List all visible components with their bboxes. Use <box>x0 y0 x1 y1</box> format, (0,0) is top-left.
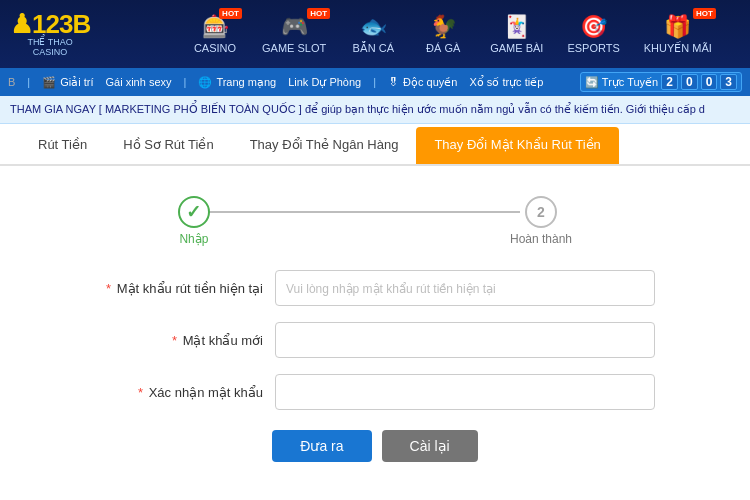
count-box-1: 2 <box>661 74 678 90</box>
input-current-password[interactable] <box>275 270 655 306</box>
ban-ca-icon: 🐟 <box>360 14 387 40</box>
step-2: 2 Hoàn thành <box>510 196 572 246</box>
input-confirm-password[interactable] <box>275 374 655 410</box>
nav-item-casino[interactable]: HOT 🎰 CASINO <box>180 10 250 58</box>
link-du-phong-item[interactable]: Link Dự Phòng <box>288 76 361 89</box>
label-confirm-password: * Xác nhận mật khẩu <box>95 385 275 400</box>
top-nav: ♟123B THỂ THAO CASINO HOT 🎰 CASINO HOT 🎮… <box>0 0 750 68</box>
second-bar: B | 🎬 Giải trí Gái xinh sexy | 🌐 Trang m… <box>0 68 750 96</box>
count-box-4: 3 <box>720 74 737 90</box>
online-status: 🔄 Trực Tuyến 2 0 0 3 <box>580 72 742 92</box>
giai-tri-icon: 🎬 <box>42 76 56 89</box>
form-row-confirm-password: * Xác nhận mật khẩu <box>95 374 655 410</box>
nav-item-game-bai[interactable]: 🃏 GAME BÀI <box>478 10 555 58</box>
nav-item-esports[interactable]: 🎯 ESPORTS <box>555 10 631 58</box>
stepper: ✓ Nhập 2 Hoàn thành <box>30 196 720 246</box>
marquee-bar: THAM GIA NGAY [ MARKETING PHỔ BIẾN TOÀN … <box>0 96 750 124</box>
input-new-password[interactable] <box>275 322 655 358</box>
label-current-password: * Mật khẩu rút tiền hiện tại <box>95 281 275 296</box>
step-1-circle: ✓ <box>178 196 210 228</box>
label-new-password: * Mật khẩu mới <box>95 333 275 348</box>
required-star-1: * <box>106 281 111 296</box>
nav-items: HOT 🎰 CASINO HOT 🎮 GAME SLOT 🐟 BẮN CÁ 🐓 … <box>180 10 740 59</box>
step-2-label: Hoàn thành <box>510 232 572 246</box>
form-row-current-password: * Mật khẩu rút tiền hiện tại <box>95 270 655 306</box>
logo[interactable]: ♟123B THỂ THAO CASINO <box>10 11 170 57</box>
second-bar-item: B <box>8 76 15 88</box>
step-line <box>200 211 520 213</box>
required-star-2: * <box>172 333 177 348</box>
step-1-label: Nhập <box>179 232 208 246</box>
hot-badge-slot: HOT <box>307 8 330 19</box>
button-row: Đưa ra Cài lại <box>95 430 655 462</box>
count-box-2: 0 <box>681 74 698 90</box>
hot-badge: HOT <box>219 8 242 19</box>
tab-thay-doi-the[interactable]: Thay Đổi Thẻ Ngân Hàng <box>232 127 417 164</box>
content-area: ✓ Nhập 2 Hoàn thành * Mật khẩu rút tiền … <box>0 166 750 482</box>
submit-button[interactable]: Đưa ra <box>272 430 371 462</box>
giai-tri-item[interactable]: 🎬 Giải trí <box>42 76 93 89</box>
tab-ho-so-rut-tien[interactable]: Hồ Sơ Rút Tiền <box>105 127 231 164</box>
hot-badge-km: HOT <box>693 8 716 19</box>
da-ga-icon: 🐓 <box>430 14 457 40</box>
game-bai-icon: 🃏 <box>503 14 530 40</box>
logo-text: ♟123B <box>10 11 90 37</box>
esports-icon: 🎯 <box>580 14 607 40</box>
nav-item-da-ga[interactable]: 🐓 ĐÁ GÀ <box>408 10 478 58</box>
step-2-circle: 2 <box>525 196 557 228</box>
globe-icon: 🌐 <box>198 76 212 89</box>
tab-thay-doi-mat-khau[interactable]: Thay Đổi Mật Khẩu Rút Tiền <box>416 127 618 164</box>
form-row-new-password: * Mật khẩu mới <box>95 322 655 358</box>
refresh-icon: 🔄 <box>585 76 599 89</box>
nav-item-khuyen-mai[interactable]: HOT 🎁 KHUYẾN MÃI <box>632 10 724 59</box>
doc-quyen-icon: 🎖 <box>388 76 399 88</box>
game-slot-icon: 🎮 <box>281 14 308 40</box>
nav-item-game-slot[interactable]: HOT 🎮 GAME SLOT <box>250 10 338 58</box>
gai-xinh-item[interactable]: Gái xinh sexy <box>105 76 171 88</box>
tab-rut-tien[interactable]: Rút Tiền <box>20 127 105 164</box>
marquee-text: THAM GIA NGAY [ MARKETING PHỔ BIẾN TOÀN … <box>10 103 705 116</box>
form-area: * Mật khẩu rút tiền hiện tại * Mật khẩu … <box>95 270 655 462</box>
reset-button[interactable]: Cài lại <box>382 430 478 462</box>
khuyen-mai-icon: 🎁 <box>664 14 691 40</box>
doc-quyen-item[interactable]: 🎖 Độc quyền <box>388 76 457 89</box>
tab-bar: Rút Tiền Hồ Sơ Rút Tiền Thay Đổi Thẻ Ngâ… <box>0 124 750 166</box>
count-box-3: 0 <box>701 74 718 90</box>
trang-mang-item[interactable]: 🌐 Trang mạng <box>198 76 276 89</box>
step-1: ✓ Nhập <box>178 196 210 246</box>
xo-so-item[interactable]: Xổ số trực tiếp <box>469 76 543 89</box>
required-star-3: * <box>138 385 143 400</box>
nav-item-ban-ca[interactable]: 🐟 BẮN CÁ <box>338 10 408 59</box>
logo-sub2: CASINO <box>10 47 90 57</box>
